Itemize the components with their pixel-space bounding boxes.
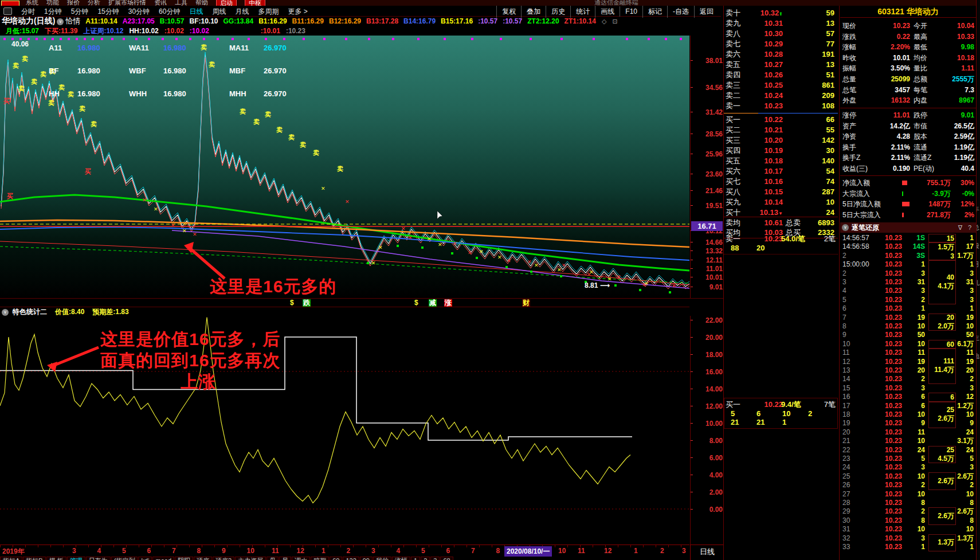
bid-row[interactable]: 买二10.2155	[724, 125, 838, 135]
menu-item[interactable]: 系统	[26, 0, 38, 6]
bottom-toolbar-item[interactable]: 1	[411, 557, 420, 560]
filter-icon[interactable]: ∇	[958, 222, 962, 233]
ask-row[interactable]: 卖十10.32⬆59	[724, 8, 838, 18]
main-price-chart[interactable]: 卖卖卖卖卖卖卖卖卖卖卖卖卖卖卖卖卖卖卖卖卖买买买✕✕✕✕✕✕✕✕✕✕✕✕✕✕✕✕…	[0, 36, 689, 298]
bid-row[interactable]: 买六10.1754	[724, 166, 838, 177]
bottom-toolbar-item[interactable]: 模 板	[46, 557, 66, 560]
stat-label: 市值	[914, 121, 927, 131]
collapse-icon[interactable]: ∨	[842, 224, 849, 231]
tick-row[interactable]: 910.235050	[840, 331, 976, 339]
separator-tag[interactable]: 跌	[303, 299, 311, 307]
bottom-toolbar-item[interactable]: 我的	[373, 557, 391, 560]
ask-row[interactable]: 卖四10.2651	[724, 70, 838, 80]
bottom-toolbar-item[interactable]: 风	[279, 557, 291, 560]
menu-item[interactable]: 报价	[67, 0, 80, 6]
tick-row[interactable]: 610.2311	[840, 304, 976, 313]
bid-row[interactable]: 买九10.1410	[724, 197, 838, 207]
bottom-toolbar-item[interactable]: 调水	[292, 557, 310, 560]
bottom-toolbar-item[interactable]: 暗期	[311, 557, 329, 560]
tick-row[interactable]: 2110.23103.1万	[840, 437, 976, 445]
bottom-toolbar-item[interactable]: 99	[360, 557, 373, 560]
ask-row[interactable]: 卖九10.3113	[724, 18, 838, 29]
period-label-button[interactable]: 日线	[690, 545, 724, 560]
toolbar-button[interactable]: 返回	[694, 6, 719, 18]
menu-item[interactable]: 分析	[88, 0, 100, 6]
date-axis[interactable]: 2019年3456789101112123456782020/08/10/一10…	[0, 545, 689, 557]
chart-mark: ✕	[557, 267, 562, 273]
help-icon[interactable]: ?	[968, 222, 971, 233]
separator-tag[interactable]: 减	[429, 299, 437, 307]
axis-label: 6.00	[691, 454, 724, 462]
bottom-toolbar-item[interactable]: 主力资展	[235, 557, 266, 560]
bottom-toolbar-clipped[interactable]: 指标A指标B模 板管理日存为(指定到kdjmood阴阳顶底顶底2主力资展母风调水…	[0, 557, 689, 560]
bottom-toolbar-item[interactable]: 指标B	[23, 557, 45, 560]
menu-item[interactable]: 工具	[175, 0, 187, 6]
ask-row[interactable]: 卖三10.25861	[724, 80, 838, 91]
separator-tag[interactable]: 涨	[444, 299, 452, 307]
tick-time: 33	[842, 543, 850, 551]
separator-tag[interactable]: $	[414, 299, 419, 307]
tick-row[interactable]: 2410.2333	[840, 463, 976, 472]
bottom-toolbar-item[interactable]: 母	[266, 557, 279, 560]
stat-label: 最高	[914, 32, 927, 42]
bottom-toolbar-item[interactable]: 阴阳	[175, 557, 193, 560]
bottom-toolbar-item[interactable]: (指定到	[111, 557, 138, 560]
bottom-toolbar-item[interactable]: 3	[430, 557, 440, 560]
bid-row[interactable]: 买五10.18140	[724, 156, 838, 166]
bottom-toolbar-item[interactable]: 顶底	[194, 557, 212, 560]
bottom-toolbar-item[interactable]: 2	[421, 557, 430, 560]
tick-row[interactable]: 2810.2388	[840, 499, 976, 507]
alert-dot	[593, 38, 595, 40]
menu-item[interactable]: 扩展市场行情	[108, 0, 146, 6]
tick-row[interactable]: 2710.231010	[840, 490, 976, 499]
menu-item[interactable]: 帮助	[195, 0, 208, 6]
ask-row[interactable]: 卖五10.2713	[724, 60, 838, 70]
bottom-toolbar-item[interactable]: mood	[152, 557, 174, 560]
axis-label: 4.00	[691, 471, 724, 479]
panel-icon[interactable]: ⊡	[612, 18, 617, 25]
separator-tag[interactable]: 财	[522, 299, 530, 307]
ask-row[interactable]: 卖七10.2977	[724, 39, 838, 49]
bottom-toolbar-item[interactable]: 管理	[67, 557, 85, 560]
bottom-toolbar-item[interactable]: 指标A	[0, 557, 22, 560]
collapse-icon[interactable]: ∨	[2, 309, 9, 316]
menu-item-hot[interactable]: 启动	[216, 0, 237, 6]
tick-panel-header[interactable]: ∨逐笔还原∇?	[840, 222, 976, 233]
bid-row[interactable]: 买七10.1674	[724, 177, 838, 187]
window-icon[interactable]	[3, 7, 12, 15]
tick-price: 10.23	[876, 446, 902, 455]
queue-number: 21	[756, 417, 765, 428]
menu-item[interactable]: 功能	[46, 0, 59, 6]
bid-row[interactable]: 买三10.20142	[724, 135, 838, 146]
sub-indicator-header[interactable]: ∨特色统计二价值:8.40预期差:1.83	[0, 307, 689, 316]
diamond-icon[interactable]: ◇	[602, 18, 606, 25]
bid-row[interactable]: 买四10.1930	[724, 146, 838, 156]
tick-row[interactable]: 3110.231010	[840, 525, 976, 534]
dropdown-icon[interactable]: ∨	[57, 18, 64, 25]
sub-indicator-chart[interactable]: 这里是价值16元多，后面真的回到16元多再次上涨	[0, 316, 689, 545]
separator-tag[interactable]: $	[289, 299, 295, 307]
stat-label: 总量	[842, 74, 856, 84]
bid-row[interactable]: 买一10.2266	[724, 115, 838, 125]
alert-dot	[189, 38, 191, 40]
menu-item-hot[interactable]: 中枢	[245, 0, 265, 6]
bid-row[interactable]: 买八10.15287	[724, 187, 838, 197]
ask-row[interactable]: 卖八10.3057	[724, 29, 838, 39]
ask-row[interactable]: 卖六10.28191	[724, 49, 838, 60]
bottom-toolbar-item[interactable]: kdj	[138, 557, 152, 560]
bottom-toolbar-item[interactable]: 日存为	[86, 557, 111, 560]
bottom-toolbar-item[interactable]: 68	[440, 557, 453, 560]
ask-row[interactable]: 卖二10.24209	[724, 91, 838, 101]
stat-value: 7.3	[965, 85, 974, 95]
bottom-toolbar-item[interactable]: 122	[343, 557, 359, 560]
top-menu-bar[interactable]: 系统功能报价分析扩展市场行情资讯工具帮助启动中枢通达信金融终端	[0, 0, 980, 6]
tick-row[interactable]: 1510.2333	[840, 384, 976, 393]
ask-row[interactable]: 卖一10.23108	[724, 101, 838, 111]
toolbar-button[interactable]: F10	[620, 6, 642, 17]
bottom-toolbar-item[interactable]: 60	[330, 557, 342, 560]
level-price: 10.14	[755, 197, 783, 207]
bottom-toolbar-item[interactable]: 涨幅	[392, 557, 410, 560]
menu-item[interactable]: 资讯	[154, 0, 167, 6]
bottom-toolbar-item[interactable]: 顶底2	[213, 557, 234, 560]
tick-row[interactable]: 2010.231124	[840, 428, 976, 437]
